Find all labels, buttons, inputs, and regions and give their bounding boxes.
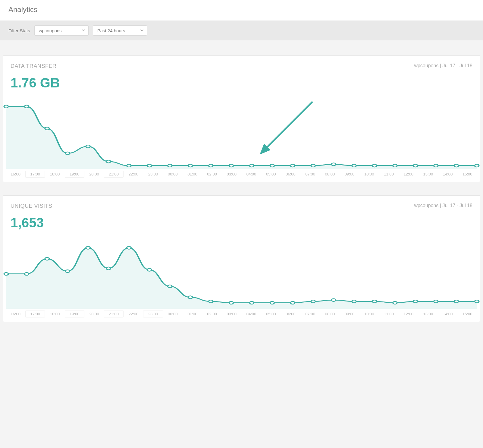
svg-point-2 bbox=[45, 127, 49, 130]
x-tick: 09:00 bbox=[340, 171, 359, 178]
x-tick: 20:00 bbox=[84, 171, 104, 178]
filter-bar: Filter Stats wpcoupons Past 24 hours bbox=[0, 21, 483, 40]
x-tick: 00:00 bbox=[163, 171, 183, 178]
x-tick: 04:00 bbox=[241, 171, 261, 178]
svg-point-45 bbox=[413, 300, 418, 303]
site-select-value: wpcoupons bbox=[39, 28, 62, 33]
svg-point-44 bbox=[393, 301, 397, 304]
svg-point-32 bbox=[147, 268, 152, 271]
svg-point-42 bbox=[352, 300, 356, 303]
x-tick: 21:00 bbox=[104, 311, 124, 317]
card-title: DATA TRANSFER bbox=[11, 63, 57, 69]
svg-point-36 bbox=[229, 301, 233, 304]
x-tick: 08:00 bbox=[320, 171, 340, 178]
svg-point-4 bbox=[86, 145, 90, 148]
x-tick: 19:00 bbox=[65, 311, 84, 317]
svg-point-46 bbox=[434, 300, 438, 303]
svg-point-22 bbox=[454, 164, 458, 167]
card-title: UNIQUE VISITS bbox=[11, 203, 52, 209]
x-axis: 16:0017:0018:0019:0020:0021:0022:0023:00… bbox=[3, 169, 480, 182]
chevron-down-icon bbox=[82, 28, 85, 33]
svg-point-14 bbox=[290, 164, 295, 167]
card-unique-visits: UNIQUE VISITS wpcoupons | Jul 17 - Jul 1… bbox=[3, 195, 480, 322]
x-tick: 11:00 bbox=[379, 311, 399, 317]
site-select[interactable]: wpcoupons bbox=[34, 25, 89, 36]
svg-point-28 bbox=[65, 270, 70, 273]
page-title: Analytics bbox=[0, 0, 483, 21]
x-tick: 13:00 bbox=[418, 311, 438, 317]
svg-point-12 bbox=[249, 164, 254, 167]
svg-point-8 bbox=[168, 164, 172, 167]
card-subtitle: wpcoupons | Jul 17 - Jul 18 bbox=[414, 203, 472, 208]
x-axis: 16:0017:0018:0019:0020:0021:0022:0023:00… bbox=[3, 309, 480, 322]
range-select-value: Past 24 hours bbox=[97, 28, 125, 33]
svg-point-25 bbox=[4, 273, 8, 275]
x-tick: 13:00 bbox=[418, 171, 438, 178]
svg-point-13 bbox=[270, 164, 274, 167]
svg-point-15 bbox=[311, 164, 315, 167]
filter-label: Filter Stats bbox=[8, 28, 30, 33]
svg-point-11 bbox=[229, 164, 233, 167]
x-tick: 06:00 bbox=[281, 171, 300, 178]
svg-point-35 bbox=[209, 300, 213, 303]
svg-point-43 bbox=[372, 300, 377, 303]
x-tick: 10:00 bbox=[359, 171, 379, 178]
x-tick: 03:00 bbox=[222, 171, 241, 178]
x-tick: 23:00 bbox=[143, 171, 163, 178]
svg-point-5 bbox=[106, 160, 111, 163]
x-tick: 11:00 bbox=[379, 171, 399, 178]
svg-point-41 bbox=[331, 299, 336, 301]
chart-data-transfer bbox=[3, 96, 480, 169]
x-tick: 21:00 bbox=[104, 171, 124, 178]
card-data-transfer: DATA TRANSFER wpcoupons | Jul 17 - Jul 1… bbox=[3, 55, 480, 182]
x-tick: 10:00 bbox=[359, 311, 379, 317]
x-tick: 18:00 bbox=[45, 311, 64, 317]
svg-point-37 bbox=[249, 301, 254, 304]
x-tick: 16:00 bbox=[6, 311, 25, 317]
svg-point-29 bbox=[86, 246, 90, 249]
x-tick: 03:00 bbox=[222, 311, 241, 317]
svg-point-33 bbox=[168, 285, 172, 288]
metric-value: 1,653 bbox=[3, 209, 480, 233]
x-tick: 04:00 bbox=[241, 311, 261, 317]
svg-point-7 bbox=[147, 164, 152, 167]
metric-value: 1.76 GB bbox=[3, 69, 480, 93]
svg-point-26 bbox=[24, 273, 29, 275]
svg-point-19 bbox=[393, 164, 397, 167]
x-tick: 01:00 bbox=[183, 311, 202, 317]
svg-point-20 bbox=[413, 164, 418, 167]
svg-point-34 bbox=[188, 296, 193, 299]
range-select[interactable]: Past 24 hours bbox=[93, 25, 147, 36]
svg-point-0 bbox=[4, 105, 8, 108]
x-tick: 16:00 bbox=[6, 171, 25, 178]
x-tick: 05:00 bbox=[261, 171, 281, 178]
x-tick: 14:00 bbox=[438, 311, 457, 317]
svg-point-1 bbox=[24, 105, 29, 108]
x-tick: 01:00 bbox=[183, 171, 202, 178]
x-tick: 14:00 bbox=[438, 171, 457, 178]
svg-point-23 bbox=[475, 164, 479, 167]
svg-point-38 bbox=[270, 301, 274, 304]
svg-point-40 bbox=[311, 300, 315, 303]
x-tick: 22:00 bbox=[124, 171, 143, 178]
x-tick: 12:00 bbox=[399, 171, 418, 178]
svg-point-16 bbox=[331, 163, 336, 166]
x-tick: 18:00 bbox=[45, 171, 64, 178]
svg-point-48 bbox=[475, 300, 479, 303]
x-tick: 15:00 bbox=[458, 171, 477, 178]
x-tick: 17:00 bbox=[25, 171, 45, 178]
x-tick: 19:00 bbox=[65, 171, 84, 178]
svg-point-3 bbox=[65, 152, 70, 155]
svg-point-9 bbox=[188, 164, 193, 167]
card-subtitle: wpcoupons | Jul 17 - Jul 18 bbox=[414, 63, 472, 68]
svg-point-17 bbox=[352, 164, 356, 167]
svg-point-47 bbox=[454, 300, 458, 303]
svg-point-18 bbox=[372, 164, 377, 167]
svg-point-21 bbox=[434, 164, 438, 167]
x-tick: 12:00 bbox=[399, 311, 418, 317]
x-tick: 06:00 bbox=[281, 311, 300, 317]
x-tick: 05:00 bbox=[261, 311, 281, 317]
x-tick: 23:00 bbox=[143, 311, 163, 317]
chart-unique-visits bbox=[3, 236, 480, 309]
svg-point-6 bbox=[127, 164, 131, 167]
